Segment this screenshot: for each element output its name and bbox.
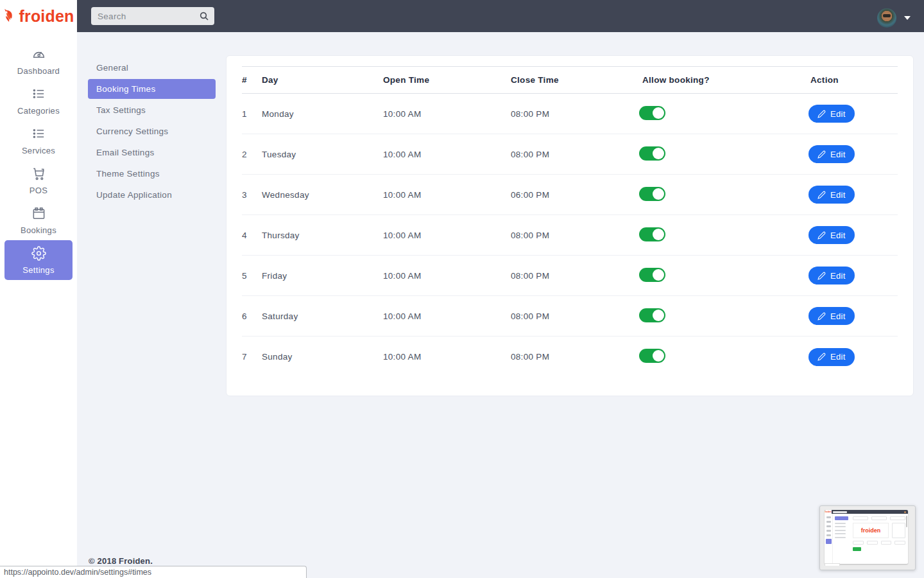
preview-mini-content: froiden [853, 516, 905, 551]
day-cell: Tuesday [262, 150, 383, 159]
table-row-tuesday: 2 Tuesday 10:00 AM 08:00 PM Edit [242, 134, 898, 175]
edit-button-label: Edit [830, 271, 846, 281]
allow-booking-toggle[interactable] [639, 349, 665, 363]
bookings-icon [31, 206, 46, 221]
edit-button[interactable]: Edit [809, 226, 855, 244]
close-time-cell: 08:00 PM [511, 311, 642, 321]
sidebar-item-pos[interactable]: POS [4, 161, 73, 200]
open-time-cell: 10:00 AM [383, 190, 511, 200]
day-cell: Sunday [262, 352, 383, 362]
submenu-item-label: General [96, 63, 128, 73]
submenu-item-email-settings[interactable]: Email Settings [88, 142, 216, 163]
submenu-item-update-application[interactable]: Update Application [88, 184, 216, 206]
close-time-cell: 08:00 PM [511, 352, 642, 362]
edit-button[interactable]: Edit [809, 145, 855, 163]
settings-submenu: General Booking Times Tax Settings Curre… [88, 57, 216, 206]
sidebar-item-settings[interactable]: Settings [4, 240, 73, 280]
pencil-icon [817, 272, 826, 280]
close-time-cell: 08:00 PM [511, 150, 642, 159]
sidebar-item-label: Services [22, 146, 55, 155]
row-number: 2 [242, 150, 262, 159]
row-number: 5 [242, 271, 262, 281]
sidebar-item-dashboard[interactable]: Dashboard [4, 41, 73, 81]
sidebar-item-label: Dashboard [17, 66, 60, 76]
toggle-knob [653, 229, 664, 240]
search-icon[interactable] [199, 11, 209, 21]
edit-button[interactable]: Edit [809, 307, 855, 325]
close-time-cell: 08:00 PM [511, 271, 642, 281]
user-avatar[interactable] [877, 8, 896, 28]
pencil-icon [817, 231, 826, 240]
preview-mini-brand: froiden [853, 523, 889, 538]
sidebar-item-label: Categories [17, 106, 60, 116]
header-day: Day [262, 75, 383, 85]
table-row-wednesday: 3 Wednesday 10:00 AM 06:00 PM Edit [242, 175, 898, 215]
browser-status-bar: https://appointo.dev/admin/settings#time… [0, 566, 307, 578]
sidebar-item-label: POS [30, 186, 47, 195]
allow-booking-toggle[interactable] [639, 106, 665, 120]
allow-booking-toggle[interactable] [639, 146, 665, 161]
day-cell: Saturday [262, 311, 383, 321]
preview-mini-submenu [835, 516, 850, 538]
day-cell: Friday [262, 271, 383, 281]
edit-button[interactable]: Edit [809, 186, 855, 204]
submenu-item-theme-settings[interactable]: Theme Settings [88, 163, 216, 184]
preview-mini-window: froiden froiden [825, 510, 908, 564]
sidebar-item-label: Bookings [21, 225, 56, 235]
close-time-cell: 06:00 PM [511, 190, 642, 200]
edit-button[interactable]: Edit [809, 105, 855, 123]
row-number: 4 [242, 231, 262, 240]
preview-mini-sidebar [825, 514, 833, 564]
close-time-cell: 08:00 PM [511, 231, 642, 240]
open-time-cell: 10:00 AM [383, 150, 511, 159]
edit-button-label: Edit [830, 109, 846, 119]
toggle-knob [653, 148, 664, 159]
submenu-item-label: Booking Times [96, 84, 155, 94]
sidebar-item-bookings[interactable]: Bookings [4, 200, 73, 240]
preview-mini-scrollbar [906, 516, 907, 527]
screenshot-preview-thumbnail[interactable]: froiden froiden [819, 505, 916, 570]
submenu-item-label: Email Settings [96, 148, 155, 157]
edit-button[interactable]: Edit [809, 267, 855, 285]
search-container [91, 7, 214, 25]
allow-booking-toggle[interactable] [639, 268, 665, 282]
row-number: 1 [242, 109, 262, 119]
sidebar-item-label: Settings [22, 265, 54, 275]
edit-button-label: Edit [830, 150, 846, 159]
allow-booking-toggle[interactable] [639, 187, 665, 201]
close-time-cell: 08:00 PM [511, 109, 642, 119]
open-time-cell: 10:00 AM [383, 231, 511, 240]
row-number: 3 [242, 190, 262, 200]
day-cell: Thursday [262, 231, 383, 240]
toggle-knob [653, 269, 664, 281]
allow-booking-toggle[interactable] [639, 227, 665, 241]
submenu-item-general[interactable]: General [88, 57, 216, 78]
pencil-icon [817, 353, 826, 361]
edit-button-label: Edit [830, 352, 846, 362]
header-allow-booking: Allow booking? [642, 75, 810, 85]
pencil-icon [817, 191, 826, 199]
allow-booking-toggle[interactable] [639, 308, 665, 322]
preview-mini-topbar: froiden [825, 510, 908, 514]
day-cell: Monday [262, 109, 383, 119]
brand-logo[interactable]: froiden [0, 0, 77, 32]
submenu-item-tax-settings[interactable]: Tax Settings [88, 100, 216, 121]
toggle-knob [653, 310, 664, 321]
header-close-time: Close Time [511, 75, 642, 85]
edit-button-label: Edit [830, 190, 846, 200]
sidebar-item-services[interactable]: Services [4, 121, 73, 161]
search-input[interactable] [91, 7, 214, 25]
user-menu-caret-icon[interactable] [904, 16, 911, 20]
toggle-knob [653, 350, 664, 362]
edit-button[interactable]: Edit [809, 348, 855, 366]
sidebar-item-categories[interactable]: Categories [4, 81, 73, 121]
header-open-time: Open Time [383, 75, 511, 85]
submenu-item-booking-times[interactable]: Booking Times [88, 79, 216, 99]
pencil-icon [817, 312, 826, 320]
submenu-item-currency-settings[interactable]: Currency Settings [88, 121, 216, 142]
topbar [77, 0, 924, 32]
toggle-knob [653, 107, 664, 119]
categories-icon [31, 87, 46, 101]
preview-mini-avatar [904, 511, 906, 513]
preview-mini-statusbar [825, 563, 840, 566]
